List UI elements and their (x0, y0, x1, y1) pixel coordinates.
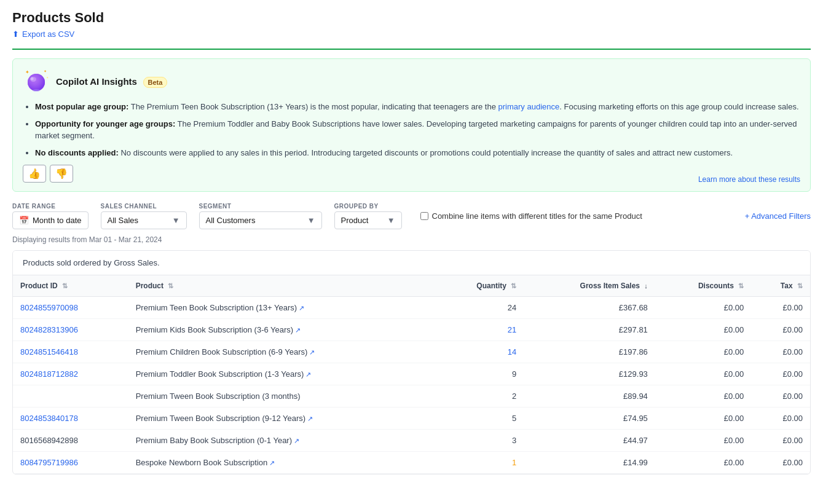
date-range-picker[interactable]: 📅 Month to date (12, 211, 89, 229)
ai-bullet-2-label: Opportunity for younger age groups: (35, 119, 175, 128)
sales-channel-filter-group: SALES CHANNEL All Sales ▼ (101, 203, 187, 229)
table-body: 8024855970098Premium Teen Book Subscript… (13, 297, 810, 474)
col-product[interactable]: Product ⇅ (128, 275, 437, 297)
table-row: 8024818712882Premium Toddler Book Subscr… (13, 363, 810, 385)
ai-feedback-area: 👍 👎 (23, 165, 800, 183)
cell-quantity: 21 (437, 319, 524, 341)
sales-channel-caret-icon: ▼ (172, 216, 180, 225)
ai-bullet-1-label: Most popular age group: (35, 102, 128, 111)
ai-bullets-list: Most popular age group: The Premium Teen… (23, 101, 800, 159)
external-link-icon[interactable]: ↗ (305, 371, 311, 378)
sales-channel-value: All Sales (108, 216, 139, 225)
thumbs-down-button[interactable]: 👎 (50, 165, 73, 183)
ai-bullet-2: Opportunity for younger age groups: The … (35, 118, 800, 142)
external-link-icon[interactable]: ↗ (295, 326, 301, 334)
cell-quantity: 5 (437, 408, 524, 430)
cell-tax: £0.00 (751, 297, 810, 319)
learn-more-link[interactable]: Learn more about these results (698, 175, 800, 184)
date-range-label: DATE RANGE (12, 203, 89, 210)
segment-label: SEGMENT (199, 203, 322, 210)
cell-tax: £0.00 (751, 341, 810, 363)
ai-title-area: Copilot AI Insights Beta (56, 76, 167, 87)
external-link-icon[interactable]: ↗ (299, 304, 304, 312)
cell-discounts: £0.00 (655, 430, 751, 452)
combine-line-items-checkbox[interactable] (420, 212, 428, 220)
cell-gross-sales: £74.95 (524, 408, 655, 430)
col-product-id[interactable]: Product ID ⇅ (13, 275, 128, 297)
col-tax[interactable]: Tax ⇅ (751, 275, 810, 297)
cell-discounts: £0.00 (655, 319, 751, 341)
cell-product-id[interactable]: 8084795719986 (13, 452, 128, 474)
col-discounts[interactable]: Discounts ⇅ (655, 275, 751, 297)
page-title: Products Sold (12, 10, 811, 26)
col-quantity[interactable]: Quantity ⇅ (437, 275, 524, 297)
combine-line-items-label[interactable]: Combine line items with different titles… (420, 211, 642, 221)
grouped-by-label: GROUPED BY (334, 203, 402, 210)
thumbs-up-button[interactable]: 👍 (23, 165, 46, 183)
cell-product-id[interactable]: 8024828313906 (13, 319, 128, 341)
cell-gross-sales: £367.68 (524, 297, 655, 319)
sales-channel-select[interactable]: All Sales ▼ (101, 211, 187, 229)
external-link-icon[interactable]: ↗ (309, 348, 315, 356)
external-link-icon[interactable]: ↗ (294, 437, 299, 444)
cell-product-id: 8016568942898 (13, 430, 128, 452)
cell-gross-sales: £297.81 (524, 319, 655, 341)
table-row: 8024853840178Premium Tween Book Subscrip… (13, 408, 810, 430)
segment-caret-icon: ▼ (307, 216, 315, 225)
ai-bullet-3-text: No discounts were applied to any sales i… (120, 148, 733, 157)
table-header: Product ID ⇅ Product ⇅ Quantity ⇅ Gross … (13, 275, 810, 297)
cell-product-name: Premium Children Book Subscription (6-9 … (128, 341, 437, 363)
table-row: 8016568942898Premium Baby Book Subscript… (13, 430, 810, 452)
cell-gross-sales: £197.86 (524, 341, 655, 363)
svg-text:✦: ✦ (25, 69, 30, 75)
grouped-by-value: Product (341, 216, 369, 225)
cell-discounts: £0.00 (655, 363, 751, 385)
cell-product-name: Premium Kids Book Subscription (3-6 Year… (128, 319, 437, 341)
products-table: Product ID ⇅ Product ⇅ Quantity ⇅ Gross … (13, 275, 810, 474)
external-link-icon[interactable]: ↗ (307, 415, 313, 422)
product-id-sort-icon: ⇅ (62, 282, 68, 289)
cell-gross-sales: £89.94 (524, 385, 655, 408)
cell-discounts: £0.00 (655, 341, 751, 363)
cell-discounts: £0.00 (655, 408, 751, 430)
product-sort-icon: ⇅ (168, 282, 173, 289)
gross-sales-sort-icon: ↓ (644, 282, 648, 289)
segment-select[interactable]: All Customers ▼ (199, 211, 322, 229)
sales-channel-label: SALES CHANNEL (101, 203, 187, 210)
ai-insights-panel: ✦ ✦ ✦ Copilot AI Insights Beta Most popu… (12, 58, 811, 192)
col-gross-sales[interactable]: Gross Item Sales ↓ (524, 275, 655, 297)
cell-tax: £0.00 (751, 363, 810, 385)
tax-sort-icon: ⇅ (797, 282, 803, 289)
table-row: 8024851546418Premium Children Book Subsc… (13, 341, 810, 363)
cell-product-name: Premium Tween Book Subscription (9-12 Ye… (128, 408, 437, 430)
cell-discounts: £0.00 (655, 297, 751, 319)
segment-filter-group: SEGMENT All Customers ▼ (199, 203, 322, 229)
advanced-filters-button[interactable]: + Advanced Filters (745, 211, 811, 221)
cell-product-name: Premium Toddler Book Subscription (1-3 Y… (128, 363, 437, 385)
table-subtitle: Products sold ordered by Gross Sales. (13, 251, 810, 275)
cell-product-id[interactable]: 8024853840178 (13, 408, 128, 430)
svg-text:✦: ✦ (46, 76, 49, 79)
date-range-filter-group: DATE RANGE 📅 Month to date (12, 203, 89, 229)
cell-product-id[interactable]: 8024851546418 (13, 341, 128, 363)
cell-product-name: Premium Tween Book Subscription (3 month… (128, 385, 437, 408)
grouped-by-filter-group: GROUPED BY Product ▼ (334, 203, 402, 229)
results-info: Displaying results from Mar 01 - Mar 21,… (12, 235, 811, 244)
cell-discounts: £0.00 (655, 385, 751, 408)
external-link-icon[interactable]: ↗ (269, 459, 275, 467)
crystal-ball-icon: ✦ ✦ ✦ (23, 68, 50, 95)
quantity-sort-icon: ⇅ (511, 282, 516, 289)
ai-bullet-1-text: The Premium Teen Book Subscription (13+ … (131, 102, 799, 111)
export-csv-button[interactable]: ⬆ Export as CSV (12, 30, 74, 39)
ai-bullet-1: Most popular age group: The Premium Teen… (35, 101, 800, 113)
combine-line-items-text: Combine line items with different titles… (432, 211, 642, 221)
grouped-by-select[interactable]: Product ▼ (334, 211, 402, 229)
filters-row: DATE RANGE 📅 Month to date SALES CHANNEL… (12, 203, 811, 229)
page-container: Products Sold ⬆ Export as CSV ✦ ✦ ✦ (0, 0, 823, 484)
export-icon: ⬆ (12, 30, 19, 39)
table-row: 8024855970098Premium Teen Book Subscript… (13, 297, 810, 319)
cell-product-id[interactable]: 8024855970098 (13, 297, 128, 319)
cell-product-id[interactable]: 8024818712882 (13, 363, 128, 385)
table-panel: Products sold ordered by Gross Sales. Pr… (12, 250, 811, 474)
cell-gross-sales: £44.97 (524, 430, 655, 452)
